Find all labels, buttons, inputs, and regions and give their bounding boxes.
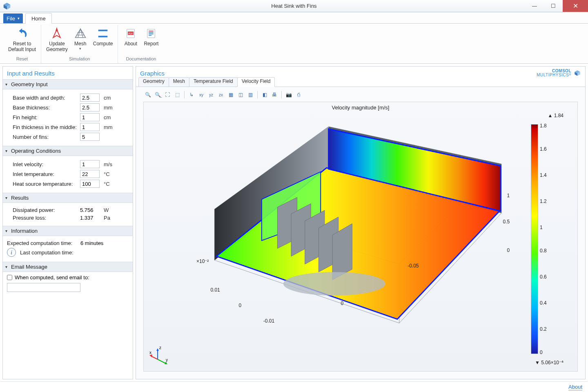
left-panel-title: Input and Results — [3, 67, 133, 79]
report-button[interactable]: Report — [141, 25, 161, 47]
svg-line-40 — [158, 359, 166, 363]
input-results-panel: Input and Results ▾Geometry Input Base w… — [2, 66, 133, 379]
expected-time-value: 6 minutes — [80, 240, 103, 246]
svg-marker-43 — [149, 354, 152, 357]
chevron-down-icon: ▾ — [79, 47, 81, 51]
pressure-loss-value: 1.337 — [80, 215, 100, 221]
pdf-icon: PDF — [124, 27, 138, 40]
svg-marker-39 — [156, 348, 159, 351]
mesh-button[interactable]: Mesh ▾ — [70, 25, 91, 51]
yz-view-icon[interactable]: yz — [207, 90, 216, 99]
tab-mesh[interactable]: Mesh — [169, 77, 189, 87]
maximize-button[interactable]: ☐ — [544, 0, 563, 12]
compute-icon — [96, 27, 110, 40]
select-icon[interactable]: ◧ — [260, 90, 269, 99]
xy-view-icon[interactable]: xy — [197, 90, 206, 99]
dissipated-power-value: 5.756 — [80, 207, 100, 213]
transparency-icon[interactable]: ◫ — [236, 90, 245, 99]
colorbar: ▲ 1.84 ▼ 5.06×10⁻⁴ 0 0.2 0.4 0.6 0.8 1 1… — [531, 121, 564, 357]
compute-button[interactable]: Compute — [91, 25, 116, 47]
fin-thickness-input[interactable] — [80, 123, 100, 131]
file-menu[interactable]: File — [3, 13, 23, 23]
fin-height-input[interactable] — [80, 113, 100, 121]
svg-rect-10 — [147, 29, 155, 38]
svg-text:PDF: PDF — [129, 32, 134, 35]
report-icon — [144, 27, 158, 40]
section-geometry-input[interactable]: ▾Geometry Input — [3, 79, 133, 89]
axis-triad-icon: z y x — [149, 345, 170, 365]
zoom-extents-icon[interactable]: ⬚ — [173, 90, 182, 99]
render-3d-scene[interactable]: ×10⁻² 0.01 0 -0.01 0 -0.05 0 0.5 1 — [168, 127, 520, 347]
window-title: Heat Sink with Fins — [0, 3, 588, 9]
heat-source-temperature-input[interactable] — [80, 180, 100, 188]
base-thickness-input[interactable] — [80, 103, 100, 111]
print-icon[interactable]: 🖶 — [270, 90, 279, 99]
section-email[interactable]: ▾Email Message — [3, 262, 133, 272]
plot-area[interactable]: Velocity magnitude [m/s] — [143, 102, 578, 372]
about-button[interactable]: PDF About — [120, 25, 141, 47]
svg-text:y: y — [166, 358, 168, 362]
svg-point-37 — [283, 272, 385, 296]
graphics-toolbar: 🔍 🔍− ⛶ ⬚ ↳ xy yz zx ▦ ◫ ▥ ◧ 🖶 📷 ⎙ — [143, 90, 303, 99]
email-address-input[interactable] — [7, 283, 80, 292]
section-information[interactable]: ▾Information — [3, 226, 133, 236]
graphics-title: Graphics — [140, 70, 537, 77]
tab-velocity-field[interactable]: Velocity Field — [237, 77, 275, 87]
info-icon: i — [7, 248, 16, 257]
section-operating-conditions[interactable]: ▾Operating Conditions — [3, 146, 133, 156]
tab-home[interactable]: Home — [25, 13, 52, 24]
export-icon[interactable]: ⎙ — [294, 90, 303, 99]
zx-view-icon[interactable]: zx — [216, 90, 225, 99]
minimize-button[interactable]: — — [525, 0, 544, 12]
graphics-panel: Graphics COMSOL MULTIPHYSICS® Geometry M… — [136, 66, 586, 379]
number-of-fins-input[interactable] — [80, 133, 100, 141]
zoom-box-icon[interactable]: ⛶ — [163, 90, 172, 99]
zoom-out-icon[interactable]: 🔍− — [153, 90, 162, 99]
undo-icon — [15, 27, 29, 40]
zoom-in-icon[interactable]: 🔍 — [143, 90, 152, 99]
ribbon: Reset to Default Input Reset Update Geom… — [0, 24, 588, 64]
inlet-temperature-input[interactable] — [80, 170, 100, 178]
svg-marker-4 — [75, 29, 85, 38]
wireframe-icon[interactable]: ▥ — [246, 90, 255, 99]
default-view-icon[interactable]: ↳ — [187, 90, 196, 99]
section-results[interactable]: ▾Results — [3, 193, 133, 203]
scene-light-icon[interactable]: ▦ — [226, 90, 235, 99]
send-email-checkbox[interactable] — [7, 275, 12, 280]
reset-to-default-button[interactable]: Reset to Default Input — [6, 25, 38, 53]
tab-temperature-field[interactable]: Temperature Field — [189, 77, 238, 87]
close-button[interactable]: ✕ — [563, 0, 588, 12]
tab-geometry[interactable]: Geometry — [138, 77, 169, 87]
mesh-icon — [74, 27, 87, 40]
svg-line-42 — [151, 356, 158, 359]
svg-point-3 — [56, 29, 58, 31]
app-icon — [2, 2, 11, 11]
svg-text:z: z — [159, 345, 161, 350]
svg-text:x: x — [149, 350, 151, 355]
plot-title: Velocity magnitude [m/s] — [144, 105, 577, 111]
about-link[interactable]: About — [568, 384, 582, 390]
base-width-depth-input[interactable] — [80, 94, 100, 102]
comsol-brand: COMSOL MULTIPHYSICS® — [537, 69, 581, 77]
compass-icon — [50, 27, 64, 40]
snapshot-icon[interactable]: 📷 — [284, 90, 293, 99]
inlet-velocity-input[interactable] — [80, 160, 100, 168]
update-geometry-button[interactable]: Update Geometry — [44, 25, 70, 53]
